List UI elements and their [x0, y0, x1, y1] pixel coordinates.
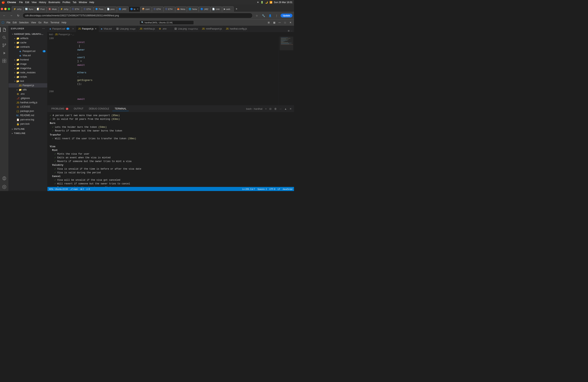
vscode-menu-view[interactable]: View — [31, 21, 36, 24]
vscode-menu-terminal[interactable]: Terminal — [50, 21, 59, 24]
more-terminal-btn[interactable]: ··· — [279, 107, 282, 111]
terminal-tab-debug[interactable]: DEBUG CONSOLE — [86, 106, 112, 111]
account-icon[interactable]: 👤 — [267, 13, 273, 18]
apple-menu[interactable]: 🍎 — [1, 1, 5, 4]
sidebar-item-env[interactable]: ⚙ .env — [9, 92, 47, 96]
workspace-root[interactable]: ▾ HARDHAT [WSL: UBUNTU-... — [9, 32, 47, 36]
browser-tab-sync[interactable]: 🔄Sync — [23, 6, 35, 12]
source-control-icon[interactable] — [1, 42, 8, 49]
editor-tab-passport-sol[interactable]: ◈ Passport.sol 2 ✕ — [47, 25, 76, 32]
sidebar-item-image[interactable]: ▸ 📁 image — [9, 62, 47, 66]
update-button[interactable]: Update — [281, 14, 293, 18]
browser-tab-unti[interactable]: 📄Unti — [210, 6, 222, 12]
vscode-menu-run[interactable]: Run — [44, 21, 48, 24]
editor-tab-lisa-png[interactable]: 🖼 Lisa.png image — [114, 25, 138, 32]
lang-status[interactable]: JavaScript — [283, 188, 293, 190]
close-icon[interactable]: ✕ — [289, 21, 293, 24]
close-window-btn[interactable] — [1, 8, 3, 10]
errors-status[interactable]: ⊗ 2 — [80, 188, 84, 191]
vscode-menu-selection[interactable]: Selection — [19, 21, 29, 24]
split-terminal-btn[interactable]: ⊟ — [269, 107, 272, 111]
sidebar-item-imageVisa[interactable]: ▸ 📁 imageVisa — [9, 66, 47, 70]
sidebar-item-license[interactable]: ⚖ LICENSE — [9, 105, 47, 109]
command-palette[interactable]: 🔍 hardhat [WSL: Ubuntu-22.04] — [139, 21, 194, 25]
menu-dots-icon[interactable]: ⋮ — [274, 13, 279, 18]
vscode-menu-edit[interactable]: Edit — [13, 21, 17, 24]
browser-tab-pres[interactable]: 📄pres — [105, 6, 117, 12]
browser-tab-zks2[interactable]: ⚡zkSy — [59, 6, 70, 12]
run-debug-icon[interactable] — [1, 50, 8, 57]
encoding-status[interactable]: UTF-8 — [269, 188, 275, 190]
sidebar-item-visa-sol[interactable]: ◈ Visa.sol — [9, 53, 47, 58]
more-actions-btn[interactable]: ··· — [291, 30, 293, 32]
browser-tab-cont[interactable]: 📦cont — [140, 6, 152, 12]
sidebar-item-test[interactable]: ▾ 📂 test — [9, 79, 47, 83]
sidebar-item-timeline[interactable]: ▸ TIMELINE — [9, 131, 47, 135]
editor-tab-mintPassport[interactable]: JS mintPassport.js — [200, 25, 224, 32]
terminal-tab-terminal[interactable]: TERMINAL — [112, 106, 129, 111]
sidebar-item-gitignore[interactable]: ⎇ .gitignore — [9, 96, 47, 100]
browser-tab-para[interactable]: 🔷Para — [94, 6, 105, 12]
add-terminal-btn[interactable]: + — [264, 107, 268, 111]
sidebar-item-scripts[interactable]: ▸ 📁 scripts — [9, 75, 47, 79]
menu-help[interactable]: Help — [89, 1, 94, 4]
breadcrumb-passport-js[interactable]: Passport.js — [59, 33, 70, 36]
breadcrumb-more[interactable]: ... — [72, 33, 74, 36]
browser-tab-tc[interactable]: 🔵tc✕ — [128, 6, 140, 12]
sidebar-item-yarn-error[interactable]: 📋 yarn-error.log — [9, 117, 47, 122]
new-tab-button[interactable]: + — [234, 6, 239, 12]
split-editor-icon[interactable]: ⊞ — [267, 21, 271, 24]
maximize-window-btn[interactable] — [8, 8, 10, 10]
remote-explorer-icon[interactable] — [1, 175, 8, 182]
browser-tab-meta[interactable]: 🦊Meta — [175, 6, 187, 12]
menu-tab[interactable]: Tab — [73, 1, 76, 4]
editor-tab-hardhat-config[interactable]: JS hardhat.config.js — [224, 25, 249, 32]
browser-tab-eth3[interactable]: ⒺETH — [152, 6, 164, 12]
sidebar-item-cache[interactable]: ▸ 📁 cache — [9, 41, 47, 45]
layout-icon[interactable]: ▦ — [272, 21, 276, 24]
minimize-icon[interactable]: — — [278, 21, 282, 24]
sidebar-item-utils[interactable]: ▸ 📁 utils — [9, 87, 47, 92]
more-options-icon[interactable]: ··· — [42, 27, 45, 30]
browser-tab-web[interactable]: ▶web — [222, 6, 234, 12]
extensions-icon[interactable]: 🔧 — [261, 13, 266, 18]
vscode-menu-help[interactable]: Help — [62, 21, 66, 24]
warnings-status[interactable]: ⚠ 0 — [86, 188, 90, 191]
terminal-tab-problems[interactable]: PROBLEMS 2 — [49, 106, 71, 111]
sidebar-item-hardhat-config[interactable]: JS hardhat.config.js — [9, 100, 47, 105]
menu-profiles[interactable]: Profiles — [63, 1, 70, 4]
sidebar-item-package-json[interactable]: { } package.json — [9, 109, 47, 113]
browser-tab-482[interactable]: 🔵(482 — [117, 6, 128, 12]
bookmark-icon[interactable]: ☆ — [254, 13, 260, 18]
sidebar-item-contracts[interactable]: ▾ 📂 contracts — [9, 45, 47, 49]
menu-window[interactable]: Window — [79, 1, 87, 4]
editor-tab-env[interactable]: ⚙ .env — [157, 25, 172, 32]
sidebar-item-passport-js[interactable]: JS Passport.js — [9, 83, 47, 87]
tab-close-passport-js[interactable]: ✕ — [95, 27, 97, 30]
breadcrumb-test[interactable]: test — [49, 33, 53, 36]
spaces-status[interactable]: Spaces: 2 — [257, 188, 267, 190]
back-button[interactable]: ← — [1, 13, 7, 18]
minimize-window-btn[interactable] — [4, 8, 7, 10]
maximize-terminal-btn[interactable]: ▲ — [284, 107, 288, 111]
browser-tab-eth2[interactable]: ⒺETH — [82, 6, 94, 12]
terminal-content[interactable]: ✓ A person can't own more than one passp… — [47, 112, 294, 187]
ln-col-status[interactable]: Ln 209, Col 7 — [242, 188, 255, 190]
sidebar-item-artifacts[interactable]: ▸ 📁 artifacts — [9, 36, 47, 41]
branch-status[interactable]: ⎇ main — [70, 188, 78, 191]
browser-tab-482b[interactable]: 🔵(482 — [199, 6, 210, 12]
sidebar-item-yarn-lock[interactable]: 🔒 yarn.lock — [9, 122, 47, 126]
restore-icon[interactable]: □ — [283, 21, 287, 24]
tab-close-passport-sol[interactable]: ✕ — [72, 27, 74, 30]
browser-tab-zks1[interactable]: ⚡zkSy — [12, 6, 23, 12]
terminal-tab-output[interactable]: OUTPUT — [72, 106, 86, 111]
reload-button[interactable]: ↻ — [16, 13, 21, 18]
eol-status[interactable]: LF — [278, 188, 280, 190]
menu-view[interactable]: View — [32, 1, 37, 4]
code-editor[interactable]: 199 const [ owner , user1 ] = await ethe… — [47, 37, 278, 105]
browser-tab-mute[interactable]: 🔇Mute — [47, 6, 58, 12]
menu-edit[interactable]: Edit — [25, 1, 29, 4]
menu-bookmarks[interactable]: Bookmarks — [49, 1, 60, 4]
browser-tab-eth1[interactable]: ⒺETH — [70, 6, 82, 12]
editor-tab-lisa-png-visa[interactable]: 🖼 Lisa.png imageVisa — [172, 25, 200, 32]
